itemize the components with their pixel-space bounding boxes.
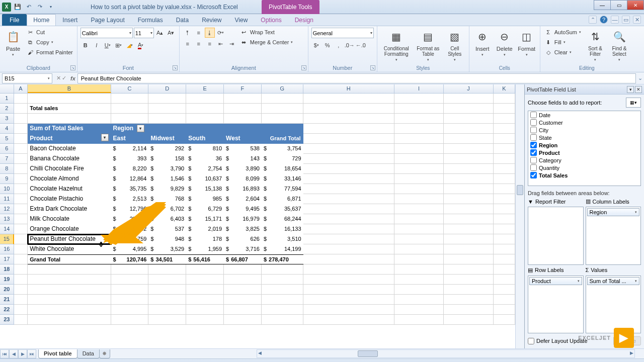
field-checkbox[interactable] <box>530 119 537 126</box>
cell-H[interactable] <box>303 154 394 164</box>
cell-B[interactable]: Extra Dark Chocolate <box>28 204 111 214</box>
cell-K[interactable] <box>494 234 515 244</box>
cell-I[interactable] <box>394 184 444 194</box>
cell-K[interactable] <box>494 194 515 204</box>
cell-D[interactable]: $6,403 <box>148 214 186 224</box>
cell-G[interactable] <box>262 94 303 104</box>
cell-G[interactable]: $3,510 <box>262 234 303 244</box>
cell-H[interactable] <box>303 295 394 305</box>
cell-A[interactable] <box>14 154 28 164</box>
cell-C[interactable]: Region ▾ <box>111 124 149 134</box>
cell-F[interactable]: $3,890 <box>224 164 262 174</box>
cell-H[interactable] <box>303 214 394 224</box>
row-header-16[interactable]: 16 <box>0 244 14 254</box>
cell-C[interactable]: $4,995 <box>111 244 149 254</box>
cell-I[interactable] <box>394 94 444 104</box>
cell-E[interactable] <box>186 285 224 295</box>
cell-C[interactable]: $29,591 <box>111 214 149 224</box>
cell-F[interactable]: West <box>224 134 262 144</box>
redo-icon[interactable]: ↷ <box>35 3 44 12</box>
cell-F[interactable] <box>224 104 262 114</box>
cell-B[interactable] <box>28 275 111 285</box>
cell-G[interactable]: $18,654 <box>262 164 303 174</box>
row-header-8[interactable]: 8 <box>0 164 14 174</box>
field-checkbox[interactable] <box>530 142 537 148</box>
cell-D[interactable]: $537 <box>148 224 186 234</box>
close-button[interactable]: ✕ <box>627 0 644 10</box>
col-header-I[interactable]: I <box>394 84 444 93</box>
font-color-button[interactable]: A▾ <box>136 40 146 50</box>
cell-B[interactable] <box>28 94 111 104</box>
cell-H[interactable] <box>303 204 394 214</box>
shrink-font-icon[interactable]: A▾ <box>166 28 176 38</box>
cell-H[interactable] <box>303 264 394 275</box>
cell-B[interactable] <box>28 315 111 325</box>
cell-D[interactable]: $34,501 <box>148 254 186 264</box>
row-header-7[interactable]: 7 <box>0 154 14 164</box>
col-header-J[interactable]: J <box>444 84 493 93</box>
cell-H[interactable] <box>303 124 394 134</box>
cell-A[interactable] <box>14 305 28 315</box>
cell-E[interactable]: $6,729 <box>186 204 224 214</box>
align-center-icon[interactable]: ≡ <box>194 39 204 49</box>
cell-C[interactable]: $8,220 <box>111 164 149 174</box>
cell-J[interactable] <box>444 94 493 104</box>
cell-J[interactable] <box>444 124 493 134</box>
cell-H[interactable] <box>303 114 394 124</box>
cell-K[interactable] <box>494 184 515 194</box>
cell-H[interactable] <box>303 194 394 204</box>
cell-A[interactable] <box>14 285 28 295</box>
cell-J[interactable] <box>444 254 493 264</box>
field-region[interactable]: Region <box>528 141 640 149</box>
cell-G[interactable]: $6,871 <box>262 194 303 204</box>
expand-formula-bar-icon[interactable]: ⌄ <box>636 75 644 81</box>
cell-F[interactable]: $8,099 <box>224 174 262 184</box>
cell-B[interactable]: Chocolate Hazelnut <box>28 184 111 194</box>
cell-H[interactable] <box>303 94 394 104</box>
workbook-restore-icon[interactable]: ▭ <box>622 16 630 24</box>
col-header-C[interactable]: C <box>111 84 149 93</box>
col-header-G[interactable]: G <box>262 84 303 93</box>
cell-C[interactable] <box>111 104 149 114</box>
cell-E[interactable]: $10,637 <box>186 174 224 184</box>
autosum-button[interactable]: ΣAutoSum▾ <box>543 28 582 37</box>
cell-F[interactable]: $143 <box>224 154 262 164</box>
cell-H[interactable] <box>303 104 394 114</box>
cell-J[interactable] <box>444 184 493 194</box>
tab-insert[interactable]: Insert <box>56 14 84 26</box>
row-header-1[interactable]: 1 <box>0 94 14 104</box>
wrap-text-button[interactable]: ↩Wrap Text <box>239 28 294 37</box>
cell-A[interactable] <box>14 244 28 254</box>
cell-I[interactable] <box>394 134 444 144</box>
field-list-close-icon[interactable]: ✕ <box>635 86 642 93</box>
qat-customize-icon[interactable]: ▾ <box>46 3 55 12</box>
cell-F[interactable]: $2,604 <box>224 194 262 204</box>
field-checkbox[interactable] <box>530 127 537 133</box>
cell-J[interactable] <box>444 264 493 275</box>
cell-E[interactable] <box>186 315 224 325</box>
cell-A[interactable] <box>14 174 28 184</box>
cell-E[interactable]: $985 <box>186 194 224 204</box>
cell-J[interactable] <box>444 174 493 184</box>
vertical-scrollbar[interactable] <box>515 84 524 348</box>
cell-K[interactable] <box>494 94 515 104</box>
orientation-icon[interactable]: ⟳▾ <box>216 28 226 38</box>
cell-E[interactable]: $36 <box>186 154 224 164</box>
cell-C[interactable]: $12,864 <box>111 174 149 184</box>
new-sheet-button[interactable]: ✸ <box>99 349 110 358</box>
alignment-dialog-launcher[interactable]: ↘ <box>301 65 306 70</box>
cell-J[interactable] <box>444 214 493 224</box>
cell-G[interactable] <box>262 305 303 315</box>
font-size-combo[interactable]: 11▾ <box>134 28 154 38</box>
align-bottom-icon[interactable]: ⭳ <box>205 28 215 38</box>
conditional-formatting-button[interactable]: ▦Conditional Formatting▾ <box>380 28 413 63</box>
cell-G[interactable]: $14,199 <box>262 244 303 254</box>
cell-E[interactable] <box>186 295 224 305</box>
cut-button[interactable]: ✂Cut <box>25 28 74 37</box>
cell-I[interactable] <box>394 204 444 214</box>
col-header-A[interactable]: A <box>14 84 28 93</box>
cell-J[interactable] <box>444 114 493 124</box>
cell-H[interactable] <box>303 224 394 234</box>
enter-formula-icon[interactable]: ✓ <box>62 75 66 81</box>
cell-G[interactable] <box>262 315 303 325</box>
